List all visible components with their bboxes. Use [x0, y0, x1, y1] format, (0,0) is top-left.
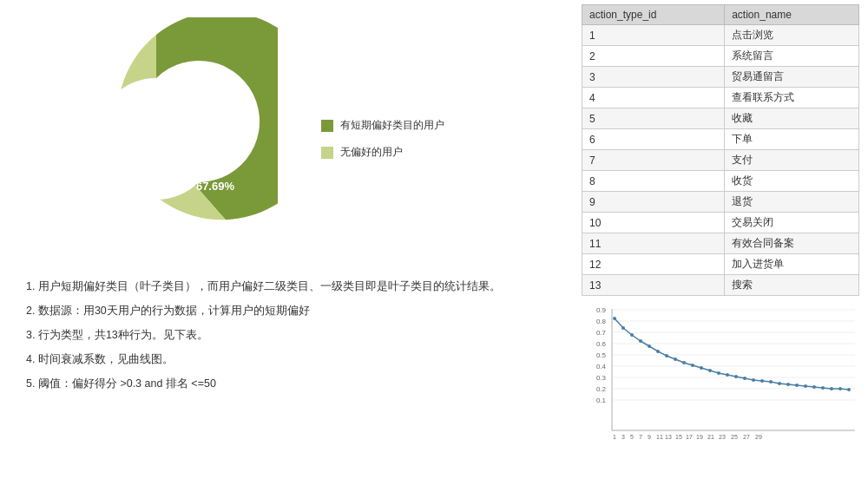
- col-header-name: action_name: [725, 5, 859, 25]
- svg-point-49: [726, 373, 729, 377]
- svg-text:19: 19: [696, 434, 703, 440]
- table-cell-name: 收货: [725, 171, 859, 192]
- table-row: 13搜索: [582, 275, 859, 296]
- svg-point-43: [674, 358, 677, 361]
- svg-text:15: 15: [675, 434, 682, 440]
- col-header-id: action_type_id: [582, 5, 725, 25]
- table-row: 8收货: [582, 171, 859, 192]
- svg-point-50: [734, 375, 738, 378]
- action-table: action_type_id action_name 1点击浏览2系统留言3贸易…: [582, 4, 859, 296]
- legend-color-0: [321, 120, 333, 132]
- svg-text:29: 29: [755, 434, 762, 440]
- svg-point-62: [838, 387, 842, 390]
- table-cell-id: 6: [582, 129, 725, 150]
- svg-text:21: 21: [707, 434, 714, 440]
- svg-text:25: 25: [731, 434, 738, 440]
- svg-text:0.5: 0.5: [596, 351, 607, 359]
- svg-point-41: [656, 350, 660, 353]
- table-cell-name: 加入进货单: [725, 254, 859, 275]
- table-cell-name: 下单: [725, 129, 859, 150]
- svg-point-40: [648, 344, 651, 348]
- note-item-1: 数据源：用30天用户的行为数据，计算用户的短期偏好: [26, 302, 556, 319]
- table-cell-name: 系统留言: [725, 46, 859, 67]
- table-cell-name: 搜索: [725, 275, 859, 296]
- table-row: 2系统留言: [582, 46, 859, 67]
- decay-chart: 0.9 0.8 0.7 0.6 0.5 0.4 0.3 0.2 0.1 1 3 …: [582, 305, 859, 488]
- note-item-0: 用户短期偏好类目（叶子类目），而用户偏好二级类目、一级类目即是叶子类目的统计结果…: [26, 278, 556, 295]
- svg-point-46: [700, 366, 703, 370]
- table-body: 1点击浏览2系统留言3贸易通留言4查看联系方式5收藏6下单7支付8收货9退货10…: [582, 25, 859, 296]
- note-item-3: 时间衰减系数，见曲线图。: [26, 351, 556, 368]
- table-cell-name: 有效合同备案: [725, 233, 859, 254]
- table-row: 10交易关闭: [582, 213, 859, 233]
- table-row: 3贸易通留言: [582, 67, 859, 88]
- legend-item-1: 无偏好的用户: [321, 145, 444, 160]
- svg-point-60: [821, 386, 825, 390]
- table-cell-id: 11: [582, 233, 725, 254]
- svg-text:17: 17: [686, 434, 693, 440]
- svg-text:0.4: 0.4: [596, 363, 607, 371]
- svg-text:0.6: 0.6: [596, 340, 607, 348]
- svg-text:0.7: 0.7: [596, 329, 607, 337]
- svg-point-36: [613, 317, 616, 320]
- table-row: 6下单: [582, 129, 859, 150]
- legend-label-0: 有短期偏好类目的用户: [340, 118, 444, 133]
- chart-area: 32.31% 67.69% 有短期偏好类目的用户 无偏好的用户: [17, 9, 556, 269]
- svg-text:7: 7: [639, 434, 642, 440]
- svg-point-42: [665, 354, 668, 358]
- chart-legend: 有短期偏好类目的用户 无偏好的用户: [321, 118, 444, 160]
- svg-point-54: [769, 380, 773, 384]
- slice-label-large: 67.69%: [196, 180, 234, 193]
- table-row: 9退货: [582, 192, 859, 213]
- svg-point-57: [795, 384, 799, 387]
- table-row: 5收藏: [582, 108, 859, 129]
- table-cell-id: 2: [582, 46, 725, 67]
- svg-point-48: [717, 371, 720, 375]
- table-cell-name: 查看联系方式: [725, 88, 859, 108]
- table-cell-name: 交易关闭: [725, 213, 859, 233]
- table-row: 4查看联系方式: [582, 88, 859, 108]
- svg-text:0.2: 0.2: [596, 385, 607, 393]
- table-cell-id: 1: [582, 25, 725, 46]
- decay-svg: 0.9 0.8 0.7 0.6 0.5 0.4 0.3 0.2 0.1 1 3 …: [582, 305, 859, 443]
- svg-point-47: [708, 369, 712, 372]
- right-panel: action_type_id action_name 1点击浏览2系统留言3贸易…: [573, 0, 868, 492]
- svg-point-63: [847, 388, 851, 391]
- svg-point-58: [804, 384, 807, 388]
- table-cell-name: 收藏: [725, 108, 859, 129]
- svg-text:13: 13: [665, 434, 672, 440]
- table-cell-id: 4: [582, 88, 725, 108]
- svg-point-52: [752, 378, 755, 382]
- svg-point-37: [621, 326, 625, 330]
- svg-point-38: [630, 333, 634, 337]
- table-cell-name: 贸易通留言: [725, 67, 859, 88]
- table-cell-id: 8: [582, 171, 725, 192]
- svg-text:11: 11: [656, 434, 663, 440]
- table-cell-id: 13: [582, 275, 725, 296]
- svg-text:3: 3: [621, 434, 625, 440]
- table-cell-id: 9: [582, 192, 725, 213]
- table-cell-id: 3: [582, 67, 725, 88]
- svg-point-53: [760, 379, 764, 383]
- notes-list: 用户短期偏好类目（叶子类目），而用户偏好二级类目、一级类目即是叶子类目的统计结果…: [26, 278, 556, 392]
- table-row: 11有效合同备案: [582, 233, 859, 254]
- svg-text:9: 9: [648, 434, 651, 440]
- note-item-4: 阈值：偏好得分 >0.3 and 排名 <=50: [26, 375, 556, 392]
- svg-point-55: [778, 382, 781, 385]
- svg-text:0.8: 0.8: [596, 318, 607, 325]
- left-panel: 32.31% 67.69% 有短期偏好类目的用户 无偏好的用户 用户短期偏好类目…: [0, 0, 573, 492]
- svg-text:0.3: 0.3: [596, 374, 607, 382]
- svg-point-56: [786, 383, 790, 386]
- table-cell-id: 12: [582, 254, 725, 275]
- slice-label-small: 32.31%: [87, 94, 122, 106]
- svg-point-59: [812, 385, 816, 389]
- svg-text:27: 27: [743, 434, 750, 440]
- table-cell-id: 5: [582, 108, 725, 129]
- table-cell-id: 7: [582, 150, 725, 171]
- table-row: 1点击浏览: [582, 25, 859, 46]
- svg-point-61: [830, 387, 833, 390]
- table-cell-id: 10: [582, 213, 725, 233]
- donut-chart: 32.31% 67.69%: [35, 17, 278, 260]
- table-cell-name: 退货: [725, 192, 859, 213]
- svg-text:5: 5: [630, 434, 634, 440]
